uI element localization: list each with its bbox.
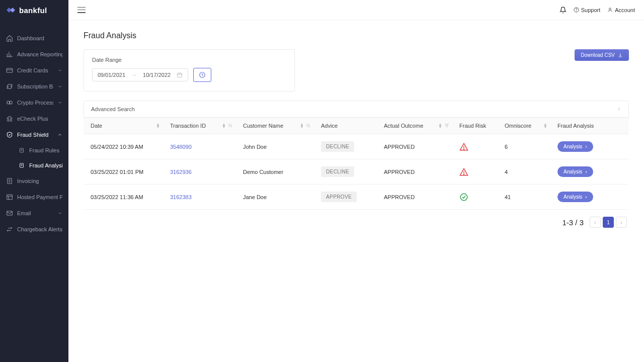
cell-risk — [453, 159, 499, 185]
sidebar-item-invoicing[interactable]: Invoicing — [0, 173, 68, 189]
warning-triangle-icon — [459, 167, 493, 176]
sidebar-item-chargeback-alerts[interactable]: Chargeback Alerts — [0, 221, 68, 237]
rules-icon — [18, 162, 25, 169]
sidebar-item-label: Crypto Processing — [17, 100, 53, 106]
date-range-input[interactable]: 09/01/2021 → 10/17/2022 — [92, 68, 188, 81]
main: Support Account Fraud Analysis Date Rang… — [68, 0, 644, 362]
cell-analysis: Analysis — [551, 185, 629, 210]
th-omniscore[interactable]: Omniscore ▲▼ — [499, 118, 551, 134]
transaction-link[interactable]: 3162936 — [170, 169, 192, 175]
page-prev-button[interactable]: ‹ — [590, 217, 601, 228]
menu-toggle-icon[interactable] — [77, 7, 86, 13]
sidebar: bankful DashboardAdvance ReportingCredit… — [0, 0, 68, 362]
sidebar-item-label: eCheck Plus — [17, 116, 62, 122]
advice-badge: APPROVE — [321, 192, 357, 202]
table-row: 05/24/2022 10:39 AM3548090John DoeDECLIN… — [84, 134, 629, 159]
chevron-right-icon — [584, 170, 588, 174]
cell-omniscore: 6 — [499, 134, 551, 159]
sidebar-subitem-fraud-rules[interactable]: Fraud Rules — [9, 143, 68, 158]
transaction-link[interactable]: 3162383 — [170, 194, 192, 200]
chevron-up-icon — [57, 132, 62, 137]
chevron-down-icon — [57, 68, 62, 73]
cell-advice: DECLINE — [315, 159, 378, 185]
cell-customer: Demo Customer — [237, 159, 315, 185]
sidebar-item-fraud-shield[interactable]: Fraud Shield — [0, 127, 68, 143]
page-number-button[interactable]: 1 — [603, 217, 614, 228]
th-transaction-id[interactable]: Transaction ID ▲▼ — [164, 118, 237, 134]
date-to: 10/17/2022 — [143, 72, 171, 78]
sidebar-item-credit-cards[interactable]: Credit Cards — [0, 62, 68, 78]
rules-icon — [18, 147, 25, 154]
chevron-down-icon — [57, 100, 62, 105]
warning-triangle-icon — [459, 142, 493, 151]
th-actual-outcome[interactable]: Actual Outcome ▲▼ — [378, 118, 453, 134]
time-filter-button[interactable] — [193, 68, 211, 82]
sidebar-item-crypto-processing[interactable]: Crypto Processing — [0, 95, 68, 111]
account-label: Account — [615, 7, 635, 13]
sidebar-item-label: Fraud Rules — [29, 147, 62, 153]
chevron-down-icon — [57, 211, 62, 216]
page-next-button[interactable]: › — [616, 217, 627, 228]
th-fraud-risk: Fraud Risk — [453, 118, 499, 134]
svg-rect-6 — [7, 195, 13, 199]
fraud-table: Date ▲▼ Transaction ID ▲▼ Customer Name … — [84, 118, 629, 210]
analysis-button[interactable]: Analysis — [557, 166, 593, 177]
th-advice: Advice — [315, 118, 378, 134]
logo-icon — [6, 7, 16, 14]
chevron-right-icon — [584, 145, 588, 149]
brand-logo[interactable]: bankful — [0, 0, 68, 20]
svg-point-10 — [609, 8, 611, 10]
sidebar-item-email[interactable]: Email — [0, 205, 68, 221]
refresh-icon — [6, 83, 13, 90]
question-circle-icon — [574, 7, 579, 13]
sidebar-item-label: Dashboard — [17, 35, 62, 41]
page-title: Fraud Analysis — [84, 31, 629, 40]
sidebar-item-label: Email — [17, 210, 53, 216]
download-csv-button[interactable]: Download CSV — [575, 49, 629, 61]
advanced-search-toggle[interactable]: Advanced Search — [84, 101, 629, 118]
cell-transaction-id: 3548090 — [164, 134, 237, 159]
table-row: 03/25/2022 01:01 PM3162936Demo CustomerD… — [84, 159, 629, 185]
transaction-link[interactable]: 3548090 — [170, 144, 192, 150]
support-label: Support — [581, 7, 601, 13]
filter-icon — [444, 123, 449, 128]
sidebar-item-dashboard[interactable]: Dashboard — [0, 30, 68, 46]
home-icon — [6, 35, 13, 42]
cell-customer: John Doe — [237, 134, 315, 159]
svg-rect-3 — [20, 148, 24, 152]
cell-outcome: APPROVED — [378, 159, 453, 185]
cell-transaction-id: 3162383 — [164, 185, 237, 210]
account-link[interactable]: Account — [607, 7, 635, 13]
download-csv-label: Download CSV — [581, 52, 615, 58]
bar-chart-icon — [6, 51, 13, 58]
notifications-button[interactable] — [559, 7, 567, 14]
sidebar-item-label: Advance Reporting — [17, 51, 62, 57]
sidebar-item-subscription-billing[interactable]: Subscription Billing — [0, 78, 68, 95]
sort-icon: ▲▼ — [438, 123, 442, 128]
cell-outcome: APPROVED — [378, 185, 453, 210]
search-icon — [228, 123, 233, 128]
document-icon — [6, 177, 13, 185]
cell-analysis: Analysis — [551, 159, 629, 185]
analysis-button[interactable]: Analysis — [557, 192, 593, 202]
cell-date: 03/25/2022 01:01 PM — [84, 159, 164, 185]
sidebar-item-hosted-payment-page[interactable]: Hosted Payment Page — [0, 189, 68, 205]
svg-point-14 — [307, 124, 309, 127]
svg-point-13 — [229, 124, 231, 127]
page-info: 1-3 / 3 — [562, 218, 584, 227]
th-date[interactable]: Date ▲▼ — [84, 118, 164, 134]
sidebar-item-echeck-plus[interactable]: eCheck Plus — [0, 111, 68, 127]
check-circle-icon — [459, 193, 493, 202]
sidebar-item-advance-reporting[interactable]: Advance Reporting — [0, 46, 68, 62]
th-customer-name[interactable]: Customer Name ▲▼ — [237, 118, 315, 134]
search-icon — [306, 123, 311, 128]
support-link[interactable]: Support — [574, 7, 601, 13]
cell-advice: APPROVE — [315, 185, 378, 210]
sidebar-subitem-fraud-analysis[interactable]: Fraud Analysis — [9, 158, 68, 173]
sort-icon: ▲▼ — [222, 123, 226, 128]
analysis-button[interactable]: Analysis — [557, 141, 593, 152]
layout-icon — [6, 194, 13, 201]
chevron-down-icon — [57, 84, 62, 89]
cell-risk — [453, 185, 499, 210]
date-from: 09/01/2021 — [98, 72, 125, 78]
